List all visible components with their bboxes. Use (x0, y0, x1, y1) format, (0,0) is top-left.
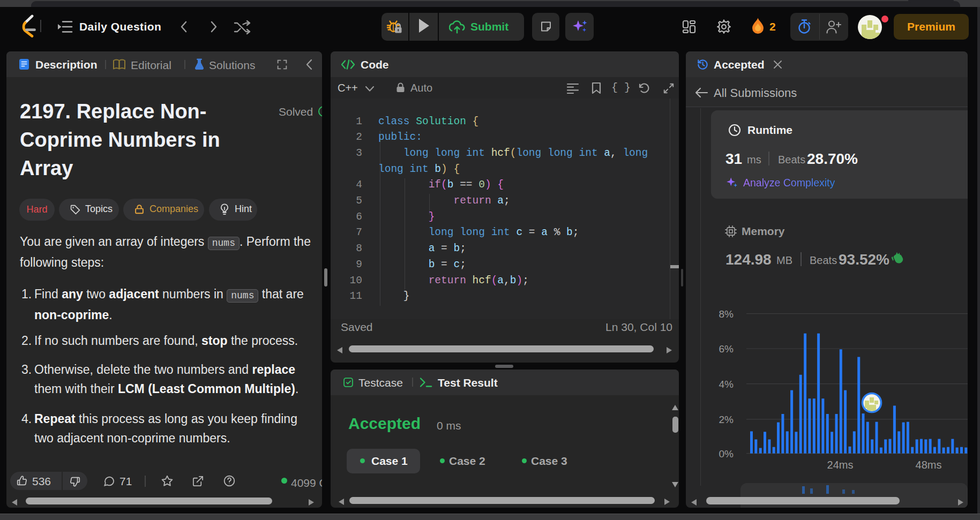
svg-text:24ms: 24ms (827, 459, 854, 471)
svg-text:4%: 4% (719, 379, 734, 390)
svg-text:8%: 8% (719, 308, 734, 320)
svg-text:6%: 6% (719, 343, 734, 355)
svg-text:48ms: 48ms (916, 459, 942, 471)
svg-text:0%: 0% (719, 448, 734, 459)
svg-text:2%: 2% (719, 414, 734, 425)
